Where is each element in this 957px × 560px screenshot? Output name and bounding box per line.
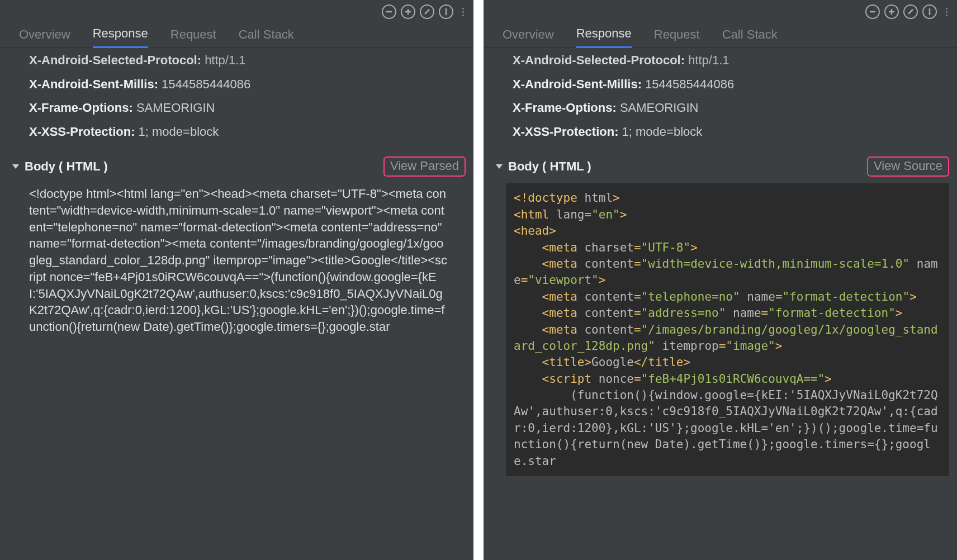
code-line: <meta charset="UTF-8"> — [514, 240, 941, 256]
slash-icon[interactable] — [420, 4, 434, 19]
tab-overview[interactable]: Overview — [503, 24, 554, 48]
svg-line-7 — [908, 10, 913, 14]
more-icon[interactable] — [460, 4, 466, 19]
header-key: X-Android-Selected-Protocol: — [29, 53, 205, 67]
header-value: 1; mode=block — [622, 125, 703, 139]
header-value: SAMEORIGIN — [620, 101, 699, 115]
tab-request[interactable]: Request — [654, 24, 700, 48]
toolbar — [484, 0, 957, 23]
code-line: <meta content="/images/branding/googleg/… — [514, 322, 941, 355]
header-value: http/1.1 — [205, 53, 245, 67]
tab-bar: Overview Response Request Call Stack — [0, 23, 473, 48]
tab-callstack[interactable]: Call Stack — [239, 24, 294, 48]
tab-response[interactable]: Response — [93, 23, 148, 48]
header-row: X-XSS-Protection: 1; mode=block — [29, 124, 451, 140]
header-value: SAMEORIGIN — [136, 101, 215, 115]
header-key: X-Android-Sent-Millis: — [513, 77, 645, 91]
network-panel-source: Overview Response Request Call Stack X-A… — [0, 0, 473, 560]
network-panel-parsed: Overview Response Request Call Stack X-A… — [484, 0, 957, 560]
view-source-button[interactable]: View Source — [867, 156, 949, 177]
tab-overview[interactable]: Overview — [19, 24, 70, 48]
tab-response[interactable]: Response — [576, 23, 632, 48]
code-line: (function(){window.google={kEI:'5IAQXJyV… — [514, 387, 941, 469]
chevron-down-icon[interactable] — [496, 164, 503, 169]
code-line: <meta content="telephone=no" name="forma… — [514, 289, 941, 305]
more-icon[interactable] — [944, 4, 949, 19]
header-key: X-Frame-Options: — [513, 101, 620, 115]
body-section-label: Body ( HTML ) — [508, 159, 591, 174]
chevron-down-icon[interactable] — [12, 164, 19, 169]
plus-icon[interactable] — [884, 4, 899, 19]
cycle-icon[interactable] — [922, 4, 937, 19]
code-line: <!doctype html> — [514, 190, 941, 206]
header-row: X-Frame-Options: SAMEORIGIN — [29, 100, 451, 116]
code-line: <title>Google</title> — [514, 354, 941, 371]
slash-icon[interactable] — [903, 4, 918, 19]
cycle-icon[interactable] — [439, 4, 453, 19]
header-key: X-XSS-Protection: — [513, 125, 622, 139]
tab-request[interactable]: Request — [170, 24, 216, 48]
header-row: X-Android-Sent-Millis: 1544585444086 — [29, 77, 451, 93]
code-line: <head> — [514, 223, 941, 239]
panel-divider — [473, 0, 484, 560]
header-row: X-Android-Selected-Protocol: http/1.1 — [29, 53, 451, 69]
response-body-parsed: <!doctype html><html lang="en"><head> <m… — [506, 183, 949, 476]
header-row: X-Android-Selected-Protocol: http/1.1 — [513, 53, 935, 69]
header-row: X-Android-Sent-Millis: 1544585444086 — [513, 77, 935, 93]
tab-callstack[interactable]: Call Stack — [722, 24, 778, 48]
code-line: <html lang="en"> — [514, 207, 941, 223]
header-row: X-XSS-Protection: 1; mode=block — [513, 124, 935, 140]
response-headers-left: X-Android-Selected-Protocol: http/1.1X-A… — [0, 48, 473, 153]
header-value: 1544585444086 — [162, 77, 250, 91]
header-key: X-Android-Sent-Millis: — [29, 77, 162, 91]
toolbar — [0, 0, 473, 23]
header-value: 1544585444086 — [645, 77, 734, 91]
response-headers-right: X-Android-Selected-Protocol: http/1.1X-A… — [484, 48, 957, 153]
header-key: X-XSS-Protection: — [29, 125, 139, 139]
code-line: <script nonce="feB+4Pj01s0iRCW6couvqA=="… — [514, 371, 941, 387]
minus-icon[interactable] — [382, 4, 396, 19]
minus-icon[interactable] — [865, 4, 880, 19]
svg-line-3 — [425, 10, 429, 14]
header-key: X-Android-Selected-Protocol: — [513, 53, 688, 67]
header-row: X-Frame-Options: SAMEORIGIN — [513, 100, 935, 116]
header-value: 1; mode=block — [139, 125, 219, 139]
view-parsed-button[interactable]: View Parsed — [383, 156, 466, 177]
header-key: X-Frame-Options: — [29, 101, 136, 115]
code-line: <meta content="address=no" name="format-… — [514, 305, 941, 321]
header-value: http/1.1 — [688, 53, 729, 67]
plus-icon[interactable] — [401, 4, 415, 19]
body-section-label: Body ( HTML ) — [25, 159, 108, 174]
response-body-raw: <!doctype html><html lang="en"><head><me… — [0, 180, 473, 340]
tab-bar: Overview Response Request Call Stack — [484, 23, 957, 48]
code-line: <meta content="width=device-width,minimu… — [514, 256, 941, 289]
